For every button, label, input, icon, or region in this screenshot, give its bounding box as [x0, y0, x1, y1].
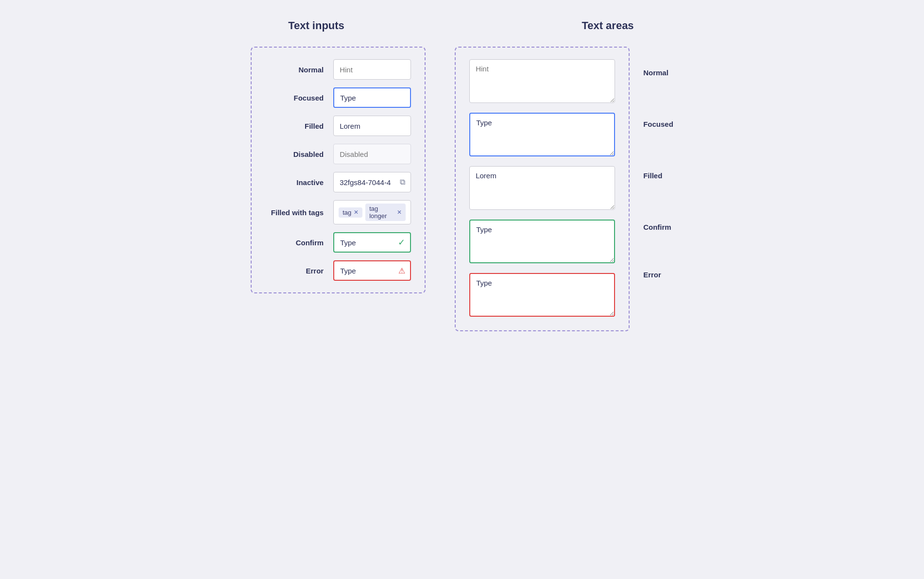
- textarea-row-normal: [469, 59, 615, 105]
- title-text-areas: Text areas: [582, 19, 633, 32]
- input-row-tags: Filled with tags tag ✕ tag longer ✕: [265, 200, 411, 224]
- error-textarea[interactable]: Type: [469, 273, 615, 317]
- confirm-input-wrapper: ✓: [333, 232, 411, 253]
- tag-2-remove[interactable]: ✕: [397, 209, 402, 216]
- input-row-focused: Focused: [265, 87, 411, 108]
- area-label-normal: Normal: [643, 68, 668, 77]
- normal-input-wrapper: [333, 59, 411, 80]
- input-row-error: Error ⚠: [265, 260, 411, 281]
- area-label-confirm: Confirm: [643, 223, 671, 231]
- tag-1-label: tag: [342, 209, 351, 216]
- input-row-normal: Normal: [265, 59, 411, 80]
- headers-row: Text inputs Text areas: [195, 19, 729, 32]
- label-error: Error: [265, 267, 324, 275]
- textarea-row-filled: Lorem: [469, 166, 615, 212]
- label-normal: Normal: [265, 66, 324, 74]
- normal-textarea[interactable]: [469, 59, 615, 103]
- error-input[interactable]: [333, 260, 411, 281]
- main-content: Normal Focused Filled: [251, 47, 673, 331]
- input-row-confirm: Confirm ✓: [265, 232, 411, 253]
- tag-2: tag longer ✕: [365, 204, 406, 221]
- focused-textarea[interactable]: Type: [469, 113, 615, 156]
- area-label-filled: Filled: [643, 171, 662, 180]
- disabled-input-wrapper: [333, 144, 411, 164]
- areas-side-labels: Normal Focused Filled Confirm Error: [636, 47, 673, 296]
- focused-input-wrapper: [333, 87, 411, 108]
- textarea-row-error: Type: [469, 273, 615, 319]
- tag-1: tag ✕: [339, 207, 362, 218]
- textarea-row-focused: Type: [469, 113, 615, 158]
- area-label-error: Error: [643, 271, 661, 279]
- label-filled: Filled: [265, 122, 324, 130]
- filled-input-wrapper: [333, 116, 411, 136]
- tag-1-remove[interactable]: ✕: [354, 209, 359, 216]
- label-disabled: Disabled: [265, 150, 324, 158]
- page-wrapper: Text inputs Text areas Normal Focused: [195, 19, 729, 331]
- title-text-inputs: Text inputs: [288, 19, 344, 32]
- input-row-disabled: Disabled: [265, 144, 411, 164]
- label-confirm: Confirm: [265, 238, 324, 247]
- disabled-input: [333, 144, 411, 164]
- input-row-inactive: Inactive ⧉: [265, 172, 411, 192]
- inactive-input[interactable]: [333, 172, 411, 192]
- text-areas-section: Type Lorem Type Type Normal: [455, 47, 673, 331]
- inactive-input-wrapper: ⧉: [333, 172, 411, 192]
- filled-textarea[interactable]: Lorem: [469, 166, 615, 210]
- area-label-focused: Focused: [643, 120, 673, 128]
- confirm-textarea[interactable]: Type: [469, 220, 615, 263]
- textarea-row-confirm: Type: [469, 220, 615, 265]
- label-tags: Filled with tags: [265, 208, 324, 217]
- text-inputs-section: Normal Focused Filled: [251, 47, 426, 293]
- focused-input[interactable]: [333, 87, 411, 108]
- tags-input-wrapper[interactable]: tag ✕ tag longer ✕: [333, 200, 411, 224]
- confirm-input[interactable]: [333, 232, 411, 253]
- label-inactive: Inactive: [265, 178, 324, 187]
- error-input-wrapper: ⚠: [333, 260, 411, 281]
- normal-input[interactable]: [333, 59, 411, 80]
- text-areas-box: Type Lorem Type Type: [455, 47, 630, 331]
- input-row-filled: Filled: [265, 116, 411, 136]
- tag-2-label: tag longer: [369, 205, 394, 220]
- filled-input[interactable]: [333, 116, 411, 136]
- text-inputs-box: Normal Focused Filled: [251, 47, 426, 293]
- label-focused: Focused: [265, 94, 324, 102]
